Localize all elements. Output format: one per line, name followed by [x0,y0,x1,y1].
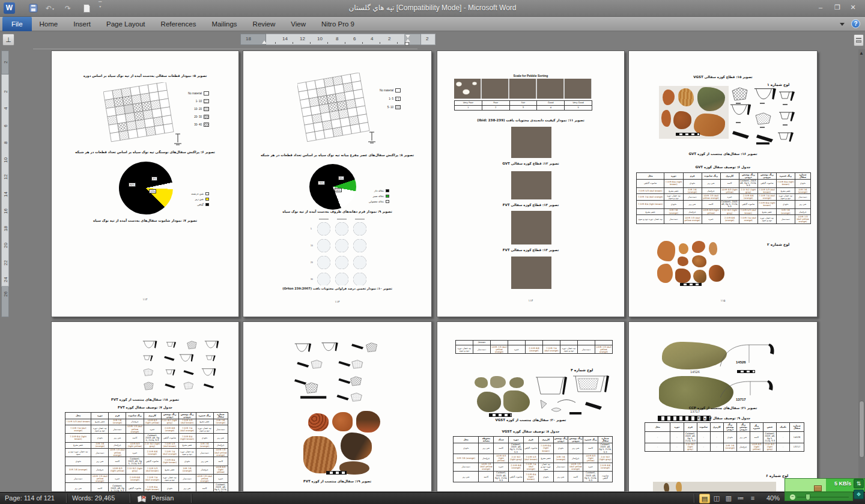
svg-text:10: 10 [311,244,313,247]
sherd-photo-group [659,86,729,139]
svg-text:30: 30 [311,278,313,281]
restore-button[interactable]: ❐ [830,2,845,12]
thin-section-photo [511,171,551,199]
svg-text:20: 20 [311,261,313,264]
pottery-drawings [294,342,384,410]
pie-chart [119,162,173,214]
close-button[interactable]: ✕ [846,2,860,12]
horizontal-ruler[interactable]: 18 14 12 10 8 6 4 2 2 [240,34,436,45]
tab-nitro-pro[interactable]: Nitro Pro 9 [314,17,362,31]
figure-caption: تصویر ۸: پراکنش سفال‌های عصر مفرغ میانه … [243,153,431,157]
scale-bar [737,370,755,373]
table-title: جدول ۶: توصیف سفال کوزه GVT [629,165,817,169]
sherd-photo-group [472,375,532,419]
page-119: 14526 13717 14526 13717 تصویر ۲۱: سفال‌ه… [628,321,818,492]
fullscreen-reading-view-button[interactable]: ◫ [711,494,722,503]
page-number: ۱۱۲ [52,297,238,301]
ruler-number: 18 [246,36,251,41]
photo-label: 13717 [683,410,707,413]
page-top-highlight [33,49,417,49]
tab-file[interactable]: File [2,17,32,31]
page-115: تصویر ۱۵: قطاع کوزه سفالی VGST لوح شماره… [628,50,818,317]
thin-section-photo [511,257,551,289]
pottery-drawings [730,85,797,147]
ruler-number: 2 [3,58,8,66]
download-icon [814,485,822,491]
sherd-photo-group [657,241,729,287]
figure-caption: تصویر ۱۰: نمودار تخمین درصد فراوانی محتو… [243,287,431,290]
ruler-number: 4 [3,105,8,112]
rim-profile-drawing [718,380,778,400]
proofing-errors-icon[interactable] [137,495,147,503]
figure-caption: تصویر ۶: پراکنش سفال‌های نوسنگی تپه نوک … [52,150,238,154]
figure-caption: تصویر ۲۰: سفال‌های منتسب از کوزه VGST [437,418,624,422]
ruler-number: 8 [3,139,8,147]
plate-label: لوح شماره ۴ [571,368,613,372]
tab-references[interactable]: References [153,17,204,31]
draft-view-button[interactable]: ≡ [747,494,758,503]
window-title: تپه هاي گلستان [Compatibility Mode] - Mi… [0,4,865,12]
plate-label: لوح شماره ۲ [767,242,809,246]
updown-arrows-icon[interactable]: ⇅ [854,479,864,488]
sherd-photo [662,342,727,369]
tab-insert[interactable]: Insert [65,17,99,31]
ruler-number: 8 [336,36,338,41]
pebble-sorting-panels [454,79,592,99]
pie-legend: نخاله دار نخاله سبز نخاله معمولی [348,188,389,204]
print-layout-view-button[interactable]: ▤ [699,494,710,503]
tab-mailings[interactable]: Mailings [204,17,244,31]
tab-review[interactable]: Review [245,17,284,31]
figure-caption: تصویر ۲۱: سفال‌های منتسب از کوزه CCP [629,406,817,410]
language-indicator[interactable]: Persian [151,494,174,502]
photo-label: 14526 [683,370,707,374]
ruler-number: 16 [3,207,8,215]
tab-stop-selector[interactable]: ⊥ [2,34,14,46]
help-icon[interactable]: ? [851,19,860,28]
plate-label: لوح شماره ۶ [766,473,808,478]
figure-caption: تصویر ۱۴: قطاع کوزه سفالی FVT [437,248,624,252]
vertical-ruler[interactable]: 2 2 4 6 8 10 12 14 16 18 20 22 24 26 [1,50,9,317]
outline-view-button[interactable]: ≔ [735,494,746,503]
zoom-slider[interactable]: − [785,492,853,501]
scrollbar-thumb[interactable] [859,401,864,458]
butterfly-icon[interactable]: ❖ [854,490,864,499]
ruler-number: 24 [3,276,8,284]
table-title: جدول ۹: توصیف سفال کوزه CCP [629,416,817,420]
chart-title: Scale for Pebble Sorting [437,74,624,77]
view-ruler-button[interactable] [854,34,864,46]
scroll-up-icon[interactable]: ▲ [859,50,864,56]
zoom-out-icon[interactable]: − [790,494,795,500]
net-speed-value: 5 KB/s [834,481,851,487]
map-legend: No material 1- 10 10- 20 20- 30 30- 40 [169,90,209,129]
page-indicator[interactable]: Page: 114 of 121 [5,494,55,502]
left-indent-marker[interactable] [405,42,409,46]
net-speed-widget[interactable]: 5 KB/s ⇅ ❖ − [785,478,865,501]
zoom-slider-thumb[interactable] [806,494,810,500]
tab-page-layout[interactable]: Page Layout [99,17,153,31]
ruler-number: 20 [3,241,8,249]
pottery-table: شماره سفالرنگ خمیرهرنگ پوشش بیرونیرنگ پو… [65,412,228,492]
figure-caption: تصویر ۱۹: سفال‌های منتسب از کوزه FVT [243,479,431,483]
figure-caption: تصویر ۱۲: قطاع کوزه سفالی GVT [437,162,624,165]
chevron-down-icon[interactable] [840,23,845,26]
table-fragment: brown)10YR 7/3 (dull yellow orange)دست‌س… [455,340,613,354]
table-title: جدول ۷: توصیف سفال کوزه FVT [52,405,238,409]
ruler-number: 2 [3,88,8,96]
web-layout-view-button[interactable]: ▥ [723,494,734,503]
ruler-number: 26 [3,290,8,298]
page-number: ۱۱۵ [629,299,817,302]
ribbon-tab-bar: File Home Insert Page Layout References … [0,17,865,31]
ruler-number: 2 [426,36,428,41]
pottery-drawings [142,340,222,395]
ruler-number: 14 [282,36,288,41]
tab-home[interactable]: Home [32,17,66,31]
title-bar[interactable]: W ↶▾ ↷ ▔▾ تپه هاي گلستان [Compatibility … [0,0,865,17]
ruler-number: 18 [3,225,8,232]
minimize-button[interactable]: – [813,2,828,12]
zoom-level[interactable]: 40% [766,494,780,502]
pie-label: 4% [151,177,157,181]
indent-marker[interactable] [262,40,267,44]
percentage-estimation-chart: 5 10 20 30 [309,218,372,285]
tab-view[interactable]: View [283,17,314,31]
word-count[interactable]: Words: 29,465 [72,494,115,502]
